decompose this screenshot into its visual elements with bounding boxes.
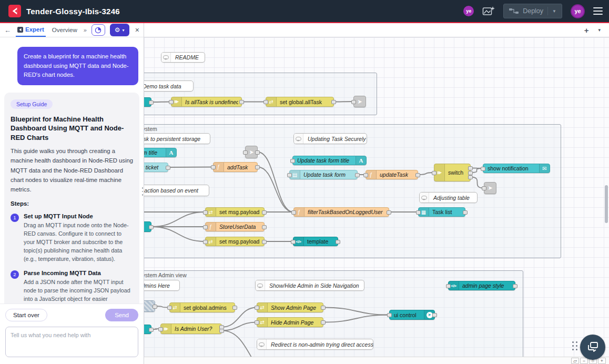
- node-set-global-alltask[interactable]: ⇄set global.allTask: [266, 97, 334, 107]
- node-task-list[interactable]: ▦Task list: [418, 207, 465, 217]
- node-hide-admin-page[interactable]: ⇄Hide Admin Page: [257, 317, 323, 327]
- output-port[interactable]: [239, 100, 244, 104]
- output-port[interactable]: [149, 328, 154, 332]
- send-button[interactable]: Send: [105, 309, 138, 321]
- input-port[interactable]: [203, 225, 208, 229]
- output-port[interactable]: [262, 210, 267, 215]
- help-input[interactable]: [5, 327, 138, 357]
- back-arrow-icon[interactable]: ←: [4, 26, 11, 34]
- output-port[interactable]: [321, 306, 326, 310]
- node-template[interactable]: </>template: [293, 237, 338, 246]
- node-admin-page-style[interactable]: </>admin page style: [448, 281, 515, 290]
- output-port[interactable]: [166, 166, 170, 170]
- output-port[interactable]: [355, 173, 360, 177]
- comment-redirect-non-admin[interactable]: Redirect is non-admin trying direct acce…: [257, 339, 373, 350]
- output-port[interactable]: [463, 210, 468, 215]
- output-port[interactable]: [321, 320, 326, 325]
- comment-readme[interactable]: README: [161, 52, 205, 63]
- input-port[interactable]: [255, 320, 259, 325]
- node-addtask[interactable]: ƒaddTask: [213, 162, 258, 172]
- output-port[interactable]: [331, 100, 336, 104]
- node-update-task-form-title[interactable]: AUpdate task form title: [292, 156, 367, 165]
- comment-adjusting-table[interactable]: Adjusting table: [419, 192, 478, 203]
- input-port[interactable]: [416, 210, 421, 215]
- output-port[interactable]: [255, 165, 260, 169]
- assistant-chat-fab[interactable]: [580, 335, 605, 360]
- input-port[interactable]: [287, 173, 292, 177]
- output-port[interactable]: [232, 306, 237, 310]
- output-port[interactable]: [219, 329, 224, 333]
- node-add-new-ticket[interactable]: Add new ticket: [144, 163, 168, 172]
- output-port[interactable]: [336, 240, 340, 244]
- comment-take-action-on-event[interactable]: Take action based on event: [144, 185, 209, 196]
- output-port[interactable]: [415, 173, 420, 177]
- output-port[interactable]: [387, 210, 391, 215]
- node-set-msg-payload-2[interactable]: ⇄set msg.payload: [205, 237, 265, 246]
- input-port[interactable]: [291, 240, 296, 244]
- comment-updating-task-securely[interactable]: Updating Task Securely: [293, 133, 367, 144]
- input-port[interactable]: [481, 167, 485, 171]
- node-set-global-admins[interactable]: ⇄set global.admins: [169, 302, 235, 312]
- more-tabs-chevrons-icon[interactable]: »: [84, 27, 87, 33]
- output-port[interactable]: [432, 313, 437, 317]
- node-link-out-1[interactable]: ➤: [353, 96, 366, 107]
- input-port[interactable]: [169, 100, 174, 104]
- zoom-in-button[interactable]: +: [598, 358, 606, 364]
- close-icon[interactable]: ×: [135, 26, 139, 34]
- mini-avatar[interactable]: ye: [463, 6, 474, 16]
- output-port[interactable]: [255, 150, 260, 155]
- input-port[interactable]: [211, 165, 216, 169]
- input-port[interactable]: [167, 306, 172, 310]
- vertical-scrollbar[interactable]: [605, 185, 608, 223]
- comment-demo-task-data[interactable]: Demo task data: [144, 80, 194, 92]
- output-port[interactable]: [468, 166, 473, 170]
- node-filter-task-by-user[interactable]: ƒfilterTaskBasedOnLoggedUser: [293, 207, 389, 217]
- output-port[interactable]: [262, 225, 267, 229]
- node-store-user-data[interactable]: ƒStoreUserData: [205, 222, 265, 231]
- tab-expert[interactable]: Expert: [16, 23, 46, 37]
- input-port[interactable]: [255, 306, 259, 310]
- node-add-task-form-title[interactable]: AAdd task form title: [144, 148, 177, 157]
- node-update-task-form[interactable]: ▤Update task form: [289, 170, 358, 179]
- output-port[interactable]: [468, 171, 473, 175]
- node-stub-2[interactable]: [144, 221, 151, 232]
- input-port[interactable]: [387, 313, 392, 317]
- navigator-map-button[interactable]: ▱: [571, 358, 579, 364]
- input-port[interactable]: [290, 159, 295, 163]
- image-sparkle-icon[interactable]: [482, 6, 495, 16]
- input-port[interactable]: [432, 171, 437, 175]
- input-port[interactable]: [482, 186, 486, 190]
- flow-list-chevron-icon[interactable]: ▾: [598, 27, 601, 33]
- panel-resize-handle[interactable]: [142, 187, 144, 196]
- node-stub-3[interactable]: [144, 325, 151, 334]
- input-port[interactable]: [446, 284, 451, 288]
- node-show-admin-page[interactable]: ⇄Show Admin Page: [257, 302, 323, 312]
- hamburger-menu-icon[interactable]: [593, 7, 603, 15]
- output-port[interactable]: [262, 240, 267, 244]
- output-port[interactable]: [149, 100, 154, 105]
- comment-add-admins-here[interactable]: Add Admins Here: [144, 280, 180, 291]
- start-over-button[interactable]: Start over: [5, 309, 47, 321]
- user-avatar[interactable]: ye: [571, 4, 585, 18]
- node-stub-1[interactable]: [144, 97, 151, 107]
- node-link-mid[interactable]: ➤: [245, 146, 258, 158]
- node-set-msg-payload-1[interactable]: ⇄set msg.payload: [205, 207, 265, 217]
- input-port[interactable]: [158, 327, 163, 331]
- node-ui-control[interactable]: ➤ui control: [389, 310, 435, 320]
- node-show-notification[interactable]: ✉show notification: [483, 164, 550, 173]
- input-port[interactable]: [203, 210, 208, 215]
- input-port[interactable]: [203, 240, 208, 244]
- input-port[interactable]: [291, 210, 296, 215]
- deploy-button[interactable]: Deploy ▼: [503, 4, 562, 18]
- comment-show-hide-admin-nav[interactable]: Show/Hide Admin in Side Navigation: [255, 280, 364, 291]
- node-updatetask[interactable]: ƒupdateTask: [366, 170, 418, 179]
- deploy-caret-icon[interactable]: ▼: [552, 9, 556, 14]
- output-port[interactable]: [468, 175, 473, 179]
- node-is-admin-user[interactable]: ⋔Is Admin User?: [160, 323, 222, 334]
- input-port[interactable]: [243, 150, 248, 155]
- input-port[interactable]: [363, 173, 368, 177]
- node-is-alltask-undefined[interactable]: ⋔Is allTask is undefined: [171, 97, 242, 107]
- comment-save-task-persistent[interactable]: Save task to persistent storage: [144, 133, 210, 144]
- node-switch[interactable]: ⋔switch: [434, 164, 471, 181]
- drag-grip-icon[interactable]: [572, 341, 577, 350]
